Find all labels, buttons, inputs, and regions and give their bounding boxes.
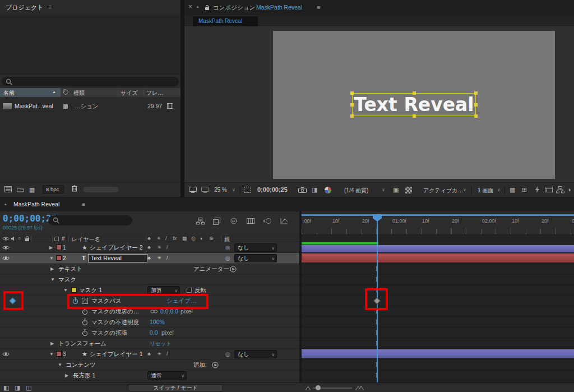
selection-handle[interactable] [474, 91, 478, 95]
selection-handle[interactable] [350, 91, 354, 95]
panel-divider-vertical[interactable] [180, 0, 184, 197]
track-row[interactable] [302, 317, 574, 328]
viewer-timecode[interactable]: 0;00;00;25 [257, 186, 288, 193]
chevron-down-icon[interactable]: ∨ [232, 187, 235, 192]
parent-dropdown[interactable]: なし∨ [234, 254, 277, 262]
selection-handle[interactable] [350, 114, 354, 118]
collapse-switch-icon[interactable]: ☀ [157, 242, 161, 253]
twirl-icon[interactable]: ▶ [65, 370, 68, 381]
shy-switch-icon[interactable]: ♣ [147, 349, 151, 359]
twirl-icon[interactable]: ▼ [49, 349, 54, 359]
mask-color-chip[interactable] [71, 287, 77, 293]
track-row[interactable] [302, 359, 574, 370]
scrollbar-thumb[interactable] [83, 187, 119, 192]
column-header-size[interactable]: サイズ [121, 89, 138, 97]
lock-icon[interactable] [205, 4, 210, 11]
quality-switch-icon[interactable]: / [166, 253, 168, 264]
panel-menu-icon[interactable]: ≡ [48, 3, 52, 10]
twirl-icon[interactable]: ▼ [49, 253, 54, 264]
shy-switch-icon[interactable]: ♣ [147, 242, 151, 253]
timeline-search-input[interactable] [48, 215, 132, 225]
layer-row-3[interactable]: ▼ 3 ★ シェイプレイヤー 1 ♣ ☀ / ◎ なし∨ [0, 349, 299, 359]
invert-checkbox[interactable] [187, 288, 192, 293]
comp-flowchart-icon[interactable] [556, 186, 564, 193]
shy-switch-icon[interactable]: ♣ [147, 253, 151, 264]
color-depth-button[interactable]: 8 bpc [43, 185, 64, 193]
parent-pickwhip-icon[interactable]: ◎ [225, 242, 230, 253]
hide-shy-layers-icon[interactable] [230, 218, 238, 224]
frame-blending-icon[interactable] [247, 218, 254, 224]
chevron-down-icon[interactable]: ∨ [497, 187, 501, 192]
new-folder-icon[interactable] [17, 187, 24, 192]
active-camera-value[interactable]: アクティブカ… [423, 187, 463, 195]
project-search-input[interactable] [2, 77, 179, 86]
draft-3d-icon[interactable] [213, 218, 220, 225]
quality-switch-icon[interactable]: / [166, 242, 168, 253]
always-preview-icon[interactable] [189, 187, 197, 193]
rectangle-1-row[interactable]: ▶ 長方形 1 通常∨ [0, 370, 299, 381]
text-layer-selection-box[interactable]: Text Reveal [352, 93, 476, 116]
layer-row-2[interactable]: ▼ 2 T Text Reveal ♣ ☀ / ◎ なし∨ [0, 253, 299, 264]
channel-wheel-icon[interactable] [325, 187, 331, 193]
layer-1-duration-bar[interactable] [302, 245, 574, 252]
fast-previews-icon[interactable] [535, 186, 540, 193]
selection-handle[interactable] [413, 114, 416, 118]
twirl-icon[interactable]: ▼ [58, 359, 62, 370]
target-region-icon[interactable]: ▣ [393, 186, 399, 193]
mask-opacity-row[interactable]: マスクの不透明度 100% [0, 317, 299, 328]
timeline-menu-icon[interactable]: ≡ [82, 201, 85, 207]
parent-pickwhip-icon[interactable]: ◎ [225, 349, 230, 359]
zoom-in-mountain-icon[interactable] [355, 385, 364, 390]
view-layout-value[interactable]: 1 画面 [478, 187, 493, 195]
time-navigator-bar[interactable] [302, 214, 574, 216]
opacity-value[interactable]: 100% [150, 317, 165, 328]
column-header-type[interactable]: 種類 [73, 89, 85, 97]
selection-handle[interactable] [350, 103, 354, 107]
resolution-value[interactable]: (1/4 画質) [344, 187, 368, 195]
exposure-icon[interactable]: ◑ [567, 186, 571, 193]
layer-name[interactable]: シェイプレイヤー 1 [90, 349, 142, 359]
blend-mode-dropdown[interactable]: 通常∨ [147, 371, 187, 380]
project-item-row[interactable]: MaskPat...veal …ション 29.97 [0, 101, 180, 112]
region-of-interest-icon[interactable] [244, 187, 251, 193]
parent-pickwhip-icon[interactable]: ◎ [225, 253, 230, 264]
timeline-tab-label[interactable]: MaskPath Reveal [13, 201, 59, 207]
selection-handle[interactable] [413, 91, 416, 95]
track-row[interactable] [302, 306, 574, 317]
column-header-fps[interactable]: フレ… [146, 89, 163, 97]
parent-dropdown[interactable]: なし∨ [234, 350, 277, 358]
label-color-chip[interactable] [56, 351, 62, 357]
track-row[interactable] [302, 285, 574, 296]
graph-editor-icon[interactable] [280, 218, 288, 224]
label-tag-icon[interactable] [63, 89, 69, 95]
layer-name-edit-field[interactable]: Text Reveal [88, 254, 147, 262]
selection-handle[interactable] [474, 114, 478, 118]
link-dimensions-icon[interactable] [150, 310, 158, 313]
label-color-chip[interactable] [56, 245, 62, 250]
twirl-icon[interactable]: ▶ [49, 242, 53, 253]
twirl-icon[interactable]: ▼ [50, 274, 55, 285]
transform-reset[interactable]: リセット [150, 338, 172, 349]
switch-mode-button[interactable]: スイッチ / モード [128, 384, 223, 391]
eye-icon[interactable] [2, 256, 10, 261]
toggle-switches-pane-icon[interactable]: ◧ [3, 384, 9, 391]
zoom-value[interactable]: 25 % [214, 187, 227, 193]
new-composition-icon[interactable]: ▦ [29, 186, 35, 193]
show-snapshot-icon[interactable]: ◨ [312, 186, 317, 193]
interpret-footage-icon[interactable] [4, 186, 12, 192]
time-ruler[interactable]: :00f 10f 20f 01:00f 10f 20f 02:00f 10f 2… [302, 211, 574, 235]
collapse-switch-icon[interactable]: ☀ [157, 349, 161, 359]
mask-expansion-row[interactable]: マスクの拡張 0.0 pixel [0, 328, 299, 338]
label-color-chip[interactable] [56, 255, 62, 261]
property-group-text[interactable]: ▶ テキスト アニメーター: [0, 264, 299, 274]
column-header-name[interactable]: 名前 ▲ [0, 88, 61, 97]
twirl-icon[interactable]: ▶ [50, 338, 54, 349]
contents-group-row[interactable]: ▼ コンテンツ 追加: [0, 359, 299, 370]
animate-menu-icon[interactable] [230, 266, 237, 273]
property-group-masks[interactable]: ▼ マスク [0, 274, 299, 285]
toggle-inout-panes-icon[interactable]: ◫ [26, 384, 31, 391]
close-icon[interactable]: × [188, 3, 192, 11]
timeline-zoom-thumb[interactable] [316, 385, 321, 390]
mirror-monitor-icon[interactable] [201, 187, 209, 193]
track-row[interactable] [302, 264, 574, 274]
